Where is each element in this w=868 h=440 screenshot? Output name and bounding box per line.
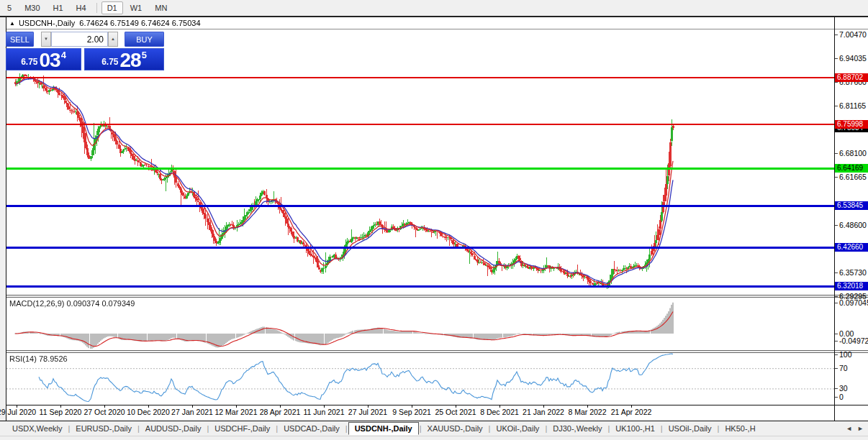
rsi-indicator-label: RSI(14) 78.9526 [9, 354, 68, 363]
buy-price-pip: 5 [142, 50, 147, 60]
macd-indicator-label: MACD(12,26,9) 0.090374 0.079349 [9, 299, 135, 308]
price-level-label-blue: 6.32018 [835, 282, 868, 290]
buy-price-display[interactable]: 6.75285 [84, 48, 164, 70]
macd-axis-tick [835, 303, 838, 303]
timeframe-toolbar: 5M30H1H4D1W1MN [0, 0, 868, 16]
price-axis-label: 6.81165 [839, 102, 866, 110]
rsi-axis-label: 70 [839, 365, 848, 372]
tab-scroll-left-button[interactable]: ◄ [846, 425, 852, 432]
volume-increase-button[interactable]: ▲ [108, 32, 118, 47]
rsi-axis-label: 30 [839, 385, 848, 393]
buy-price-big: 28 [119, 51, 140, 70]
tab-scroll-arrows: ◄ ► [836, 421, 868, 436]
symbol-tab-usdchf-daily[interactable]: USDCHF-,Daily [209, 423, 275, 434]
sell-price-big: 03 [39, 51, 60, 70]
symbol-tab-usdcnh-daily[interactable]: USDCNH-,Daily [348, 422, 419, 435]
symbol-tab-ukoil-daily[interactable]: UKOil-,Daily [491, 423, 544, 434]
price-level-label-blue: 6.42660 [835, 243, 868, 252]
tab-separator: | [68, 424, 70, 433]
rsi-axis-tick [835, 354, 838, 355]
tab-separator: | [608, 424, 610, 433]
timeframe-button-d1[interactable]: D1 [101, 1, 123, 14]
pane-divider[interactable] [6, 350, 868, 353]
price-axis-tick [835, 153, 838, 154]
macd-axis-label: 0.097045 [839, 299, 868, 307]
timeframe-button-h1[interactable]: H1 [48, 1, 69, 14]
tab-separator: | [545, 424, 547, 433]
symbol-tab-usdcad-daily[interactable]: USDCAD-,Daily [279, 423, 345, 434]
window-top-border [0, 16, 868, 17]
collapse-arrow-icon[interactable]: ▲ [9, 20, 15, 27]
timeframe-button-mn[interactable]: MN [149, 1, 173, 14]
price-axis-tick [835, 296, 838, 297]
chart-title: ▲USDCNH-,Daily 6.74624 6.75149 6.74624 6… [9, 19, 201, 27]
price-axis-label: 6.68100 [839, 150, 867, 157]
timeframe-button-m30[interactable]: M30 [19, 1, 45, 14]
status-strip [0, 436, 868, 440]
price-level-label-red: 6.88702 [835, 73, 868, 82]
symbol-tab-eurusd-daily[interactable]: EURUSD-,Daily [71, 423, 137, 434]
tab-separator: | [661, 424, 663, 433]
rsi-axis-tick [835, 368, 838, 369]
price-level-label-green: 6.64169 [835, 164, 868, 173]
chart-left-border [6, 17, 6, 421]
date-axis: 29 Jul 202011 Sep 202027 Oct 202010 Dec … [6, 405, 868, 421]
rsi-axis-label: 100 [839, 351, 852, 359]
buy-price-prefix: 6.75 [101, 57, 118, 67]
rsi-bottom-border [6, 405, 868, 405]
pane-divider[interactable] [6, 295, 868, 298]
symbol-tab-dj30-weekly[interactable]: DJ30-,Weekly [548, 423, 607, 434]
date-label: 21 Apr 2022 [601, 408, 661, 416]
tab-separator: | [420, 424, 422, 433]
macd-axis-tick [835, 341, 838, 342]
volume-decrease-button[interactable]: ▼ [41, 32, 51, 47]
header-separator-line [6, 29, 868, 29]
symbol-tab-bar: USDX,Weekly|EURUSD-,Daily|AUDUSD-,Daily|… [0, 421, 868, 436]
symbol-tab-hk50-h[interactable]: HK50-,H [720, 423, 760, 434]
price-axis-label: 6.35730 [839, 269, 867, 277]
chart-ohlc-values: 6.74624 6.75149 6.74624 6.75034 [79, 19, 200, 27]
symbol-tab-xauusd-daily[interactable]: XAUUSD-,Daily [422, 423, 488, 434]
one-click-trading-widget: SELL ▼ ▲ BUY 6.75034 6.75285 [6, 32, 164, 70]
tab-separator: | [489, 424, 491, 433]
price-axis-tick [835, 225, 838, 226]
volume-input[interactable] [51, 32, 108, 47]
price-axis-label: 7.00470 [839, 31, 867, 39]
price-axis-label: 6.61665 [839, 173, 867, 181]
sell-button[interactable]: SELL [6, 32, 34, 47]
price-axis-label: 6.48600 [839, 221, 867, 229]
price-axis-tick [835, 177, 838, 178]
timeframe-button-h4[interactable]: H4 [71, 1, 92, 14]
price-axis-tick [835, 35, 838, 35]
rsi-axis-tick [835, 397, 838, 398]
macd-axis-tick [835, 334, 838, 334]
sell-price-prefix: 6.75 [21, 57, 37, 67]
price-axis-label: 6.94035 [839, 55, 867, 63]
symbol-tab-usoil-daily[interactable]: USOil-,Daily [664, 423, 717, 434]
price-axis-tick [835, 106, 838, 106]
price-axis-tick [835, 272, 838, 273]
tab-separator: | [345, 424, 348, 433]
rsi-axis-tick [835, 388, 838, 389]
tab-separator: | [718, 424, 720, 433]
symbol-tab-audusd-daily[interactable]: AUDUSD-,Daily [140, 423, 207, 434]
tabbar-top-border [0, 421, 868, 421]
price-axis-tick [835, 58, 838, 59]
toolbar-separator [96, 3, 97, 13]
macd-axis-label: -0.04972 [839, 337, 868, 345]
tab-separator: | [207, 424, 209, 433]
sell-price-pip: 4 [61, 50, 66, 60]
rsi-axis-label: 0 [839, 393, 844, 401]
symbol-tab-uk100-h1[interactable]: UK100-,H1 [610, 423, 659, 434]
timeframe-button-w1[interactable]: W1 [125, 1, 148, 14]
rsi-canvas[interactable] [6, 353, 834, 405]
sell-price-display[interactable]: 6.75034 [6, 48, 81, 70]
timeframe-button-5[interactable]: 5 [1, 1, 17, 14]
tab-separator: | [137, 424, 140, 433]
price-level-label-blue: 6.53845 [835, 201, 868, 210]
price-level-label-red: 6.75998 [835, 120, 868, 129]
symbol-tab-usdx-weekly[interactable]: USDX,Weekly [7, 423, 67, 434]
buy-button[interactable]: BUY [125, 32, 164, 47]
price-axis-tick [835, 82, 838, 83]
tab-scroll-right-button[interactable]: ► [857, 425, 864, 432]
